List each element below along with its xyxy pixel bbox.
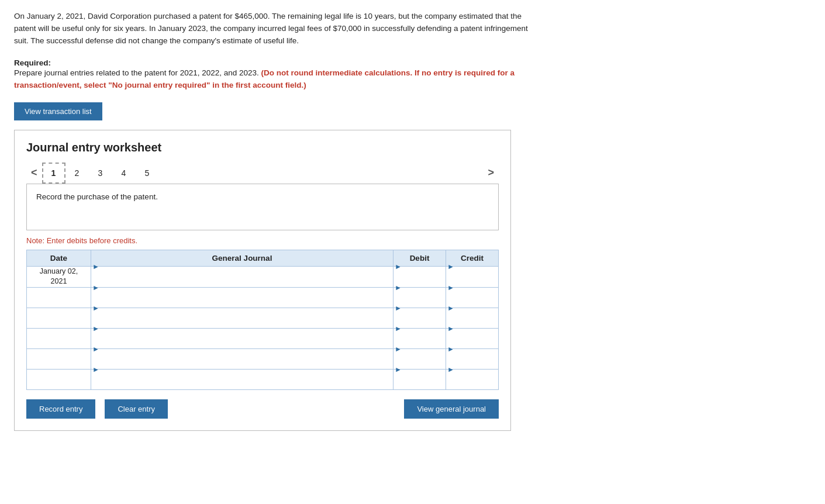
journal-input-2[interactable] [91, 292, 393, 312]
journal-input-5[interactable] [91, 353, 393, 373]
journal-input-6[interactable] [91, 374, 393, 393]
view-general-journal-button[interactable]: View general journal [404, 399, 499, 419]
next-tab-button[interactable]: > [483, 164, 499, 181]
arrow-icon-credit-2: ► [446, 284, 455, 292]
arrow-icon-debit-5: ► [393, 345, 403, 353]
worksheet-title: Journal entry worksheet [26, 141, 499, 154]
arrow-icon-credit-1: ► [446, 263, 455, 271]
arrow-icon-1: ► [91, 263, 101, 271]
tab-4[interactable]: 4 [112, 163, 136, 184]
arrow-icon-6: ► [91, 365, 101, 374]
journal-input-1[interactable] [91, 271, 393, 291]
arrow-icon-credit-4: ► [446, 325, 455, 333]
button-row: Record entry Clear entry View general jo… [26, 399, 499, 419]
credit-input-6[interactable] [446, 374, 498, 393]
tab-navigation: < 1 2 3 4 5 > [26, 163, 499, 184]
journal-cell-1[interactable]: ► [91, 266, 393, 287]
clear-entry-button[interactable]: Clear entry [105, 399, 168, 419]
required-section: Required: Prepare journal entries relate… [14, 58, 529, 92]
arrow-icon-debit-6: ► [393, 365, 403, 374]
date-cell-2 [27, 287, 91, 308]
required-label: Required: [14, 58, 51, 67]
journal-input-3[interactable] [91, 312, 393, 332]
arrow-icon-debit-2: ► [393, 284, 403, 292]
arrow-icon-debit-1: ► [393, 263, 403, 271]
arrow-icon-credit-3: ► [446, 304, 455, 312]
debit-input-6[interactable] [393, 374, 446, 393]
arrow-icon-credit-5: ► [446, 345, 455, 353]
date-cell-3 [27, 308, 91, 328]
header-date: Date [27, 250, 91, 266]
required-body: Prepare journal entries related to the p… [14, 68, 515, 89]
intro-paragraph: On January 2, 2021, David Corporation pu… [14, 11, 529, 47]
arrow-icon-4: ► [91, 325, 101, 333]
journal-table: Date General Journal Debit Credit Januar… [26, 250, 499, 390]
date-cell-1: January 02,2021 [27, 266, 91, 287]
prev-tab-button[interactable]: < [26, 164, 42, 181]
instruction-box: Record the purchase of the patent. [26, 184, 499, 230]
arrow-icon-credit-6: ► [446, 365, 455, 374]
worksheet-container: Journal entry worksheet < 1 2 3 4 5 > Re… [14, 130, 511, 431]
tab-1[interactable]: 1 [42, 163, 65, 184]
note-text: Note: Enter debits before credits. [26, 236, 499, 245]
arrow-icon-debit-3: ► [393, 304, 403, 312]
tab-2[interactable]: 2 [65, 163, 89, 184]
required-body-plain: Prepare journal entries related to the p… [14, 68, 261, 77]
date-cell-6 [27, 369, 91, 389]
arrow-icon-5: ► [91, 345, 101, 353]
arrow-icon-2: ► [91, 284, 101, 292]
arrow-icon-3: ► [91, 304, 101, 312]
arrow-icon-debit-4: ► [393, 325, 403, 333]
record-entry-button[interactable]: Record entry [26, 399, 95, 419]
date-cell-4 [27, 328, 91, 348]
tab-5[interactable]: 5 [136, 163, 159, 184]
journal-input-4[interactable] [91, 333, 393, 353]
view-transaction-button[interactable]: View transaction list [14, 102, 102, 120]
tab-3[interactable]: 3 [89, 163, 112, 184]
date-cell-5 [27, 348, 91, 369]
header-journal: General Journal [91, 250, 393, 266]
